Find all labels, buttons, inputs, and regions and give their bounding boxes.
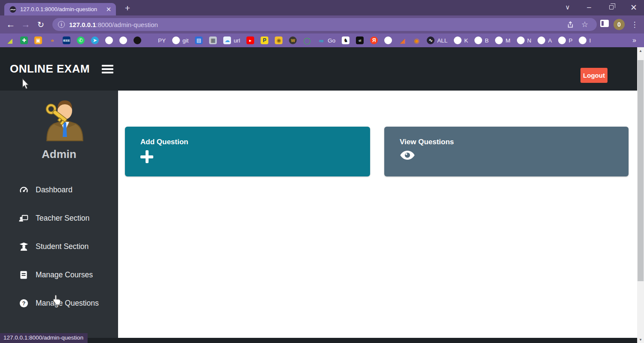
- bookmarks-bar-items: ◢✚▣ılıIEEE✆➤GGPYGgit▤▦☁url▶P◉w◯∞Go♞clЯG◢…: [6, 36, 591, 44]
- restore-window-button[interactable]: [601, 0, 621, 15]
- share-icon[interactable]: [565, 19, 575, 30]
- bookmark-analytics[interactable]: ılı: [49, 36, 56, 44]
- bookmark-matlab[interactable]: ◢: [398, 36, 406, 44]
- browser-menu-icon[interactable]: ⋮: [629, 18, 640, 31]
- hamburger-menu-icon[interactable]: [99, 62, 116, 76]
- bookmark-caption: P: [568, 37, 572, 44]
- bookmark-google-k[interactable]: GK: [454, 36, 468, 44]
- address-bar[interactable]: i 127.0.0.1:8000/admin-question ☆: [52, 18, 597, 31]
- google-icon: G: [105, 36, 113, 44]
- bookmark-url-shortener[interactable]: ☁url: [223, 36, 240, 44]
- view-questions-card[interactable]: View Questions: [384, 127, 629, 176]
- bookmark-google[interactable]: G: [105, 36, 113, 44]
- bookmarks-overflow-chevron[interactable]: »: [632, 36, 640, 44]
- restore-icon: [609, 5, 614, 9]
- bookmark-caption: A: [548, 37, 552, 44]
- bookmark-google-git[interactable]: Ggit: [172, 36, 188, 44]
- godaddy-icon: ∞: [317, 36, 325, 44]
- bookmark-google-n[interactable]: GN: [517, 36, 532, 44]
- sidebar-item-manage-courses[interactable]: Manage Courses: [0, 261, 118, 289]
- side-panel-icon[interactable]: [600, 20, 609, 27]
- question-circle-icon: ?: [19, 299, 28, 308]
- page-body: Admin Dashboard Teacher Section: [0, 91, 637, 338]
- bookmark-sheets[interactable]: ✚: [20, 36, 28, 44]
- bookmark-star-icon[interactable]: ☆: [580, 19, 590, 30]
- site-brand[interactable]: ONLINE EXAM: [10, 62, 90, 76]
- scroll-up-icon[interactable]: ▲: [637, 47, 644, 54]
- site-info-icon[interactable]: i: [58, 21, 65, 28]
- bookmark-ads[interactable]: ◢: [6, 36, 14, 44]
- bookmark-google-b[interactable]: GB: [474, 36, 489, 44]
- google-p-icon: G: [558, 36, 566, 44]
- profile-avatar[interactable]: 0: [614, 19, 625, 30]
- youtube-icon: ▶: [246, 36, 254, 44]
- bookmark-google-3[interactable]: G: [384, 36, 392, 44]
- sidebar-item-dashboard[interactable]: Dashboard: [0, 176, 118, 204]
- bookmark-cl[interactable]: cl: [356, 36, 364, 44]
- bookmark-ring[interactable]: ◯: [303, 36, 311, 44]
- cart-icon: w: [289, 36, 297, 44]
- tab-search-chevron-icon[interactable]: ∨: [558, 0, 577, 15]
- close-window-button[interactable]: ✕: [624, 0, 644, 15]
- forward-button[interactable]: →: [19, 18, 33, 31]
- url-text[interactable]: 127.0.0.1:8000/admin-question: [69, 21, 561, 28]
- back-button[interactable]: ←: [4, 18, 18, 31]
- google-n-icon: G: [517, 36, 525, 44]
- bookmark-telegram[interactable]: ➤: [91, 36, 99, 44]
- python-icon: [148, 36, 155, 44]
- github-icon: [134, 36, 141, 44]
- bookmark-caption: N: [527, 37, 532, 44]
- scroll-down-icon[interactable]: ▼: [637, 336, 644, 343]
- google-m-icon: G: [495, 36, 503, 44]
- tab-close-icon[interactable]: ✕: [105, 6, 112, 13]
- bookmark-ieee[interactable]: IEEE: [63, 36, 70, 44]
- bookmark-pastebin[interactable]: P: [261, 36, 268, 44]
- sidebar-item-student-section[interactable]: Student Section: [0, 232, 118, 261]
- bookmark-google-a[interactable]: GA: [538, 36, 552, 44]
- bookmark-globe-all[interactable]: ∿ALL: [427, 36, 447, 44]
- minimize-button[interactable]: –: [579, 0, 599, 15]
- bottom-strip: [0, 338, 637, 343]
- bookmark-google-m[interactable]: GM: [495, 36, 510, 44]
- bookmark-youtube[interactable]: ▶: [246, 36, 254, 44]
- bookmark-python[interactable]: PY: [148, 36, 166, 44]
- bookmark-google-i[interactable]: GI: [579, 36, 591, 44]
- add-question-card[interactable]: Add Question: [125, 127, 370, 176]
- bookmark-caption: B: [485, 37, 489, 44]
- browser-tab[interactable]: 127.0.0.1:8000/admin-question ✕: [4, 3, 116, 15]
- bookmark-godaddy[interactable]: ∞Go: [317, 36, 335, 44]
- logout-button[interactable]: Logout: [580, 68, 608, 83]
- bookmark-caption: K: [464, 37, 468, 44]
- bookmark-film[interactable]: ▤: [195, 36, 203, 44]
- calendar-icon: ▦: [209, 36, 217, 44]
- bookmark-yandex[interactable]: Я: [370, 36, 378, 44]
- bookmark-caption: PY: [158, 37, 166, 44]
- page-scrollbar[interactable]: ▲ ▼: [637, 47, 644, 343]
- student-graduate-icon: [19, 242, 28, 251]
- bookmark-google-p[interactable]: GP: [558, 36, 572, 44]
- scrollbar-thumb[interactable]: [638, 60, 644, 281]
- bookmark-calendar[interactable]: ▦: [209, 36, 217, 44]
- new-tab-button[interactable]: +: [122, 2, 134, 14]
- eye-icon[interactable]: [400, 150, 629, 162]
- bookmark-google-2[interactable]: G: [119, 36, 127, 44]
- admin-avatar: [0, 96, 118, 144]
- sidebar-item-label: Dashboard: [36, 185, 73, 194]
- sidebar-item-label: Teacher Section: [36, 214, 90, 223]
- sidebar-item-label: Manage Courses: [36, 270, 93, 279]
- main-content: Add Question View Questions: [118, 91, 637, 338]
- google-a-icon: G: [538, 36, 545, 44]
- bookmark-whatsapp[interactable]: ✆: [77, 36, 85, 44]
- url-shortener-icon: ☁: [223, 36, 231, 44]
- bookmark-screen-recorder[interactable]: ▣: [34, 36, 42, 44]
- ieee-icon: IEEE: [63, 36, 70, 44]
- google-2-icon: G: [119, 36, 127, 44]
- bookmark-cart[interactable]: w: [289, 36, 297, 44]
- bookmark-bird-page[interactable]: ♞: [342, 36, 349, 44]
- reload-button[interactable]: ↻: [34, 18, 48, 31]
- google-k-icon: G: [454, 36, 462, 44]
- sidebar-item-teacher-section[interactable]: Teacher Section: [0, 204, 118, 232]
- bookmark-eye-orange[interactable]: ◉: [413, 36, 420, 44]
- bookmark-github[interactable]: [134, 36, 141, 44]
- bookmark-movie-camera[interactable]: ◉: [275, 36, 283, 44]
